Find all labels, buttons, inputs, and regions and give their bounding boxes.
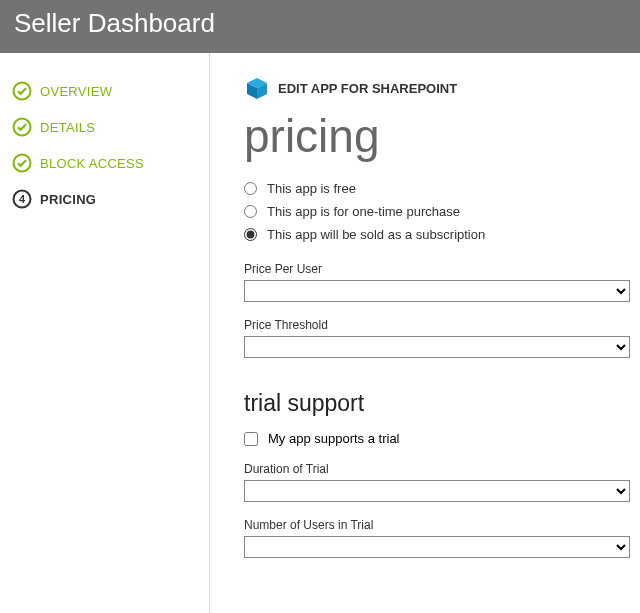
trial-checkbox-row[interactable]: My app supports a trial: [244, 431, 630, 446]
radio-free[interactable]: This app is free: [244, 181, 630, 196]
edit-app-label: EDIT APP FOR SHAREPOINT: [278, 81, 457, 96]
cube-icon: [244, 75, 270, 101]
radio-label: This app will be sold as a subscription: [267, 227, 485, 242]
price-per-user-label: Price Per User: [244, 262, 630, 276]
radio-label: This app is free: [267, 181, 356, 196]
sidebar-item-label: PRICING: [40, 192, 96, 207]
sidebar-item-details[interactable]: DETAILS: [12, 117, 209, 137]
duration-of-trial-select[interactable]: [244, 480, 630, 502]
price-threshold-label: Price Threshold: [244, 318, 630, 332]
check-circle-icon: [12, 81, 32, 101]
sidebar-item-label: DETAILS: [40, 120, 95, 135]
radio-onetime-input[interactable]: [244, 205, 257, 218]
edit-app-header: EDIT APP FOR SHAREPOINT: [244, 75, 630, 101]
price-per-user-select[interactable]: [244, 280, 630, 302]
check-circle-icon: [12, 153, 32, 173]
number-of-users-select[interactable]: [244, 536, 630, 558]
price-threshold-select[interactable]: [244, 336, 630, 358]
trial-checkbox-label: My app supports a trial: [268, 431, 400, 446]
sidebar-item-overview[interactable]: OVERVIEW: [12, 81, 209, 101]
page-header: Seller Dashboard: [0, 0, 640, 53]
sidebar-item-pricing[interactable]: 4 PRICING: [12, 189, 209, 209]
section-heading-trial: trial support: [244, 390, 630, 417]
step-number-icon: 4: [12, 189, 32, 209]
section-heading-pricing: pricing: [244, 109, 630, 163]
page-title: Seller Dashboard: [14, 8, 215, 38]
number-of-users-label: Number of Users in Trial: [244, 518, 630, 532]
check-circle-icon: [12, 117, 32, 137]
radio-free-input[interactable]: [244, 182, 257, 195]
sidebar-item-block-access[interactable]: BLOCK ACCESS: [12, 153, 209, 173]
pricing-model-radios: This app is free This app is for one-tim…: [244, 181, 630, 242]
sidebar-item-label: OVERVIEW: [40, 84, 112, 99]
radio-label: This app is for one-time purchase: [267, 204, 460, 219]
radio-onetime[interactable]: This app is for one-time purchase: [244, 204, 630, 219]
radio-subscription[interactable]: This app will be sold as a subscription: [244, 227, 630, 242]
duration-of-trial-label: Duration of Trial: [244, 462, 630, 476]
main-content: EDIT APP FOR SHAREPOINT pricing This app…: [210, 53, 640, 613]
trial-checkbox[interactable]: [244, 432, 258, 446]
svg-text:4: 4: [19, 193, 26, 205]
sidebar-item-label: BLOCK ACCESS: [40, 156, 144, 171]
sidebar: OVERVIEW DETAILS BLOCK ACCESS 4 PRICING: [0, 53, 210, 613]
radio-subscription-input[interactable]: [244, 228, 257, 241]
